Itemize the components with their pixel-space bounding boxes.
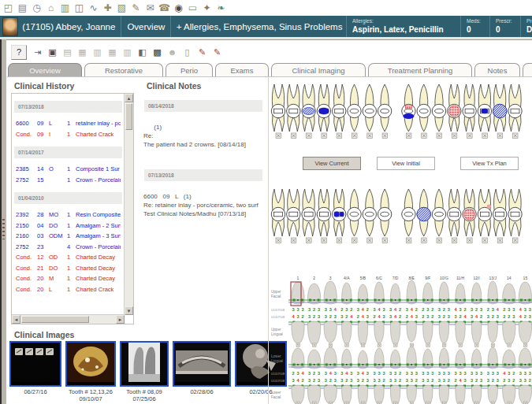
exit-icon[interactable]: ⇥ xyxy=(30,46,45,59)
tooth-checkbox[interactable] xyxy=(467,133,473,139)
patient-icon[interactable]: ☻ xyxy=(165,46,180,59)
tooth[interactable] xyxy=(508,84,522,139)
tooth-checkbox[interactable] xyxy=(437,238,442,243)
phone-icon[interactable]: ☎ xyxy=(158,2,171,14)
tab-labs[interactable]: Labs xyxy=(523,63,532,77)
tooth-checkbox[interactable] xyxy=(513,238,519,243)
history-row[interactable]: Cond.20M1Charted Decay xyxy=(12,273,125,284)
plant-icon[interactable]: ❧ xyxy=(214,2,228,14)
camera-icon[interactable]: ◉ xyxy=(172,2,185,14)
scroll-left-icon[interactable]: ◄ xyxy=(12,315,20,324)
history-row[interactable]: Cond.20L1Charted Crack xyxy=(12,284,125,295)
ledger-icon[interactable]: ▤ xyxy=(16,2,29,14)
tooth[interactable] xyxy=(478,189,491,243)
scroll-up-icon[interactable]: ▲ xyxy=(125,94,133,102)
history-row[interactable]: 238514O1Composite 1 Sur Post xyxy=(12,164,125,175)
tooth-checkbox[interactable] xyxy=(467,238,473,243)
clinical-image-thumbnail-panoramic[interactable] xyxy=(173,341,231,387)
tooth-checkbox[interactable] xyxy=(291,238,296,243)
history-row[interactable]: 216003ODM1Amalgam - 3 Surfaces xyxy=(12,231,125,242)
help-button[interactable]: ? xyxy=(11,45,27,60)
tooth-checkbox[interactable] xyxy=(513,133,519,139)
tooth[interactable] xyxy=(508,189,522,243)
tooth-checkbox[interactable] xyxy=(307,133,312,139)
banner-prescr-segment[interactable]: Prescr: 0 xyxy=(489,16,520,37)
tooth-checkbox[interactable] xyxy=(276,238,281,243)
upper-arch-chart[interactable] xyxy=(270,82,532,161)
tooth[interactable] xyxy=(287,84,300,139)
tooth-checkbox[interactable] xyxy=(422,238,427,243)
history-vertical-scrollbar[interactable]: ▲ ▼ xyxy=(124,94,133,315)
tooth-checkbox[interactable] xyxy=(352,133,358,139)
tooth-checkbox[interactable] xyxy=(382,238,388,243)
note-entry[interactable]: 6600 09 L (1)Re: retainer inlay - porc/c… xyxy=(143,192,263,218)
history-row[interactable]: Cond.09I1Charted Crack xyxy=(12,129,125,140)
red-pen2-icon[interactable]: ✎ xyxy=(210,46,225,59)
banner-meds-segment[interactable]: Meds: 0 xyxy=(460,16,489,37)
tooth-checkbox[interactable] xyxy=(437,133,442,139)
tooth[interactable] xyxy=(302,189,315,243)
history-row[interactable]: Cond.21DO1Charted Decay xyxy=(12,263,125,274)
clinical-image-thumbnail-periapical[interactable] xyxy=(120,341,169,387)
tooth-checkbox[interactable] xyxy=(367,133,373,139)
tooth[interactable] xyxy=(402,189,415,243)
tab-overview[interactable]: Overview xyxy=(8,63,82,77)
tooth-checkbox[interactable] xyxy=(482,238,488,243)
tooth-checkbox[interactable] xyxy=(337,133,342,139)
tooth[interactable] xyxy=(432,189,445,243)
tab-restorative[interactable]: Restorative xyxy=(84,63,163,77)
tooth[interactable] xyxy=(333,84,346,139)
tooth-checkbox[interactable] xyxy=(322,238,327,243)
tooth[interactable] xyxy=(463,189,476,243)
history-row[interactable]: 215004DO1Amalgam - 2 Surfaces xyxy=(12,221,125,232)
tooth[interactable] xyxy=(348,189,361,243)
scroll-right-icon[interactable]: ► xyxy=(116,315,125,324)
tooth-checkbox[interactable] xyxy=(497,133,503,139)
tab-perio[interactable]: Perio xyxy=(166,63,213,77)
accounts-icon[interactable]: ▥ xyxy=(58,2,72,14)
hscroll-thumb[interactable] xyxy=(21,316,89,323)
tab-treatment-planning[interactable]: Treatment Planning xyxy=(368,63,472,77)
tooth-checkbox[interactable] xyxy=(276,133,281,139)
tooth[interactable] xyxy=(417,189,430,243)
tab-notes[interactable]: Notes xyxy=(474,63,520,77)
view-initial-button[interactable]: View Initial xyxy=(377,157,435,170)
clinical-image-thumbnail-tooth-photo[interactable] xyxy=(65,341,116,387)
patient-chart-icon[interactable]: ◰ xyxy=(2,2,15,14)
tooth[interactable] xyxy=(317,189,330,243)
save-icon[interactable]: ▣ xyxy=(45,46,60,59)
tooth[interactable] xyxy=(417,84,430,139)
clinical-image-thumbnail-filmstrip[interactable] xyxy=(9,341,61,387)
banner-problems-segment[interactable]: + Allergies, Emphysema, Sinus Problems xyxy=(170,16,346,37)
tooth[interactable] xyxy=(363,189,376,243)
tooth[interactable] xyxy=(317,84,330,139)
monitor-icon[interactable]: ▭ xyxy=(186,2,199,14)
tooth[interactable] xyxy=(493,189,507,243)
schedule-icon[interactable]: ▥ xyxy=(90,46,105,59)
tooth[interactable] xyxy=(448,189,461,243)
history-row[interactable]: 239228MO1Resin Composite - 2 S xyxy=(12,209,125,221)
banner-provider-segment[interactable]: Provider - Pr Dr. Doct xyxy=(520,16,532,37)
appointment-book-icon[interactable]: ◷ xyxy=(30,2,43,14)
grid-icon[interactable]: ▦ xyxy=(75,46,90,59)
worksheet-icon[interactable]: ▥ xyxy=(120,46,135,59)
tooth-checkbox[interactable] xyxy=(307,238,312,243)
history-row[interactable]: 660009L1retainer inlay - porc/ce xyxy=(12,118,125,129)
lower-arch-chart[interactable] xyxy=(270,187,532,266)
tooth-checkbox[interactable] xyxy=(452,238,457,243)
history-row[interactable]: 2752234Crown - Porcelain Fus xyxy=(12,242,125,253)
tooth[interactable] xyxy=(287,189,300,243)
tooth-checkbox[interactable] xyxy=(422,133,427,139)
tooth-checkbox[interactable] xyxy=(382,133,388,139)
splitter-grip[interactable] xyxy=(2,219,5,239)
perio-chart[interactable]: 1234/A5/B6/C7/D8/E9/F10/G11/H12/I13/J141… xyxy=(270,274,532,404)
note-entry[interactable]: (1)Re:The patient had 2 crowns. [08/14/1… xyxy=(143,123,263,149)
tooth[interactable] xyxy=(493,84,507,139)
mail-icon[interactable]: ✉ xyxy=(143,2,157,14)
tooth-checkbox[interactable] xyxy=(452,133,457,139)
history-row[interactable]: Cond.12OD1Charted Decay xyxy=(12,252,125,263)
chart-icon[interactable]: ▧ xyxy=(115,2,128,14)
scroll-down-icon[interactable]: ▼ xyxy=(125,306,133,315)
tooth[interactable] xyxy=(463,84,476,139)
calculator-icon[interactable]: ▩ xyxy=(150,46,165,59)
